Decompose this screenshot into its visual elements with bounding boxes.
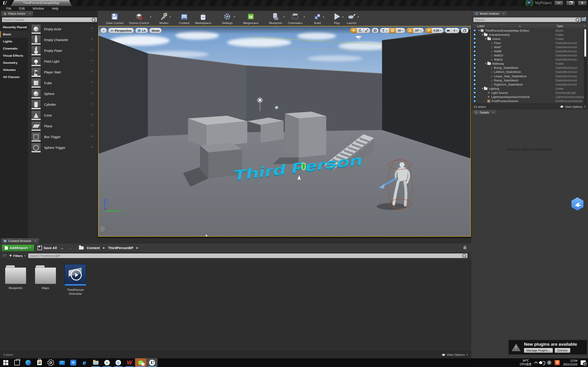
outliner-row[interactable]: ⌂Ramp_StaticMeshStaticMeshActor [472,78,584,82]
chevron-down-icon[interactable]: ▼ [283,16,285,18]
visibility-eye-icon[interactable] [473,91,477,94]
visibility-eye-icon[interactable] [473,100,477,102]
taskbar-task-view[interactable] [11,358,23,367]
outliner-row[interactable]: ✳LightmassImportanceVolumeLightmassImpor… [472,95,584,99]
placeable-plane[interactable]: Plane? [28,121,98,131]
world-local-toggle[interactable] [372,28,379,33]
placeable-cube[interactable]: Cube? [28,77,98,88]
close-button[interactable]: X [578,1,587,6]
outliner-row[interactable]: ⌂Wall11StaticMeshActor [472,58,584,62]
placeable-sphere[interactable]: Sphere? [28,88,98,99]
breadcrumb-root[interactable]: Content [87,246,100,250]
taskbar-unreal-engine[interactable]: U [146,358,157,367]
column-type[interactable]: Type [556,24,563,28]
scale-snap-group[interactable]: 0.25▼ [425,28,443,33]
toolbar-modes[interactable]: Modes▼ [157,11,171,26]
outliner-row[interactable]: ⌂FloorStaticMeshActor [472,41,584,45]
outliner-row[interactable]: ⌂Bump_StaticMeshStaticMeshActor [472,66,584,70]
visibility-eye-icon[interactable] [473,83,477,86]
taskbar-thunder[interactable] [68,358,79,367]
taskbar-internet-explorer[interactable]: e [79,358,90,367]
toolbar-settings[interactable]: Settings▼ [219,11,235,26]
volume-icon[interactable] [540,361,542,364]
placeable-point-light[interactable]: Point Light? [28,56,98,67]
placeable-cylinder[interactable]: Cylinder? [28,99,98,110]
help-icon[interactable]: ? [90,113,95,118]
taskbar-qq-browser[interactable]: Q [112,358,124,367]
help-icon[interactable]: ? [90,59,95,64]
chevron-down-icon[interactable]: ▼ [357,16,359,18]
category-visual-effects[interactable]: Visual Effects [0,52,28,59]
outliner-row[interactable]: PostProcessVolumePostProcessVolume [472,99,584,103]
tab-content-browser[interactable]: Content Browser ✕ [1,238,39,244]
visibility-eye-icon[interactable] [473,75,477,77]
grid-snap-group[interactable]: ▼ 10▼ [380,28,405,33]
toolbar-save-current[interactable]: Save Current [103,11,126,26]
close-icon[interactable]: ✕ [492,111,494,114]
taskbar-edge[interactable] [23,358,34,367]
taskbar-store[interactable] [34,358,45,367]
breadcrumb-more-icon[interactable]: ▶ [137,246,138,249]
close-icon[interactable]: ✕ [35,240,37,243]
outliner-header[interactable]: Label ▲ Type ▼ [472,23,587,29]
placeable-empty-actor[interactable]: Empty Actor? [28,24,98,34]
taskbar-settings[interactable] [45,358,56,367]
toolbar-build[interactable]: Build▼ [310,11,325,26]
visibility-eye-icon[interactable] [473,62,477,65]
tab-details[interactable]: i Details ✕ [472,110,497,115]
taskbar-clock[interactable]: 12:54 2021/12/10 [563,359,578,367]
menu-edit[interactable]: Edit [15,7,29,10]
visibility-eye-icon[interactable] [473,96,477,98]
taskbar-wechat[interactable] [135,358,146,367]
level-viewport[interactable]: Third Person Third Person [98,26,471,237]
taskbar-start[interactable] [0,358,11,367]
visibility-eye-icon[interactable] [473,58,477,61]
chevron-down-icon[interactable]: ▼ [169,16,171,18]
help-icon[interactable]: ? [90,70,95,75]
camera-mode-button[interactable]: Perspective [108,28,134,33]
back-arrow-icon[interactable]: ← [60,245,65,250]
save-all-button[interactable]: Save All [37,246,57,250]
expander-icon[interactable]: ▼ [481,87,484,90]
expander-icon[interactable]: ▼ [485,38,487,40]
help-icon[interactable]: ? [90,48,95,53]
expander-icon[interactable]: ▼ [478,29,481,32]
help-icon[interactable]: ? [90,145,95,150]
close-icon[interactable]: ✕ [502,12,505,15]
category-recently-placed[interactable]: Recently Placed [0,24,28,31]
expander-icon[interactable]: ▼ [485,63,487,65]
viewport-options-button[interactable]: ▼ [100,28,107,33]
category-volumes[interactable]: Volumes [0,66,28,73]
outliner-row[interactable]: ▼LightingFolder [472,86,584,91]
close-icon[interactable]: ✕ [28,12,31,15]
placeable-empty-character[interactable]: Empty Character? [28,34,98,45]
menu-file[interactable]: File [2,7,15,10]
category-lights[interactable]: Lights [0,38,28,45]
outliner-row[interactable]: ▼ThirdPersonExampleMap (Editor)World [472,28,584,33]
sources-panel-toggle[interactable] [2,254,7,258]
visibility-eye-icon[interactable] [473,42,477,44]
level-tab[interactable]: ThirdPersonExampleMap [10,0,72,6]
chevron-down-icon[interactable]: ▼ [303,16,305,18]
outliner-row[interactable]: ⌂LeftArm_StaticMeshStaticMeshActor [472,70,584,74]
chevron-down-icon[interactable]: ▼ [149,16,152,18]
dismiss-button[interactable]: Dismiss [555,348,570,353]
placeable-sphere-trigger[interactable]: Sphere Trigger? [28,142,98,153]
tab-place-actors[interactable]: Place Actors ✕ [1,11,33,16]
transform-tools[interactable] [350,28,370,33]
expander-icon[interactable]: ▼ [481,33,484,36]
action-center-icon[interactable]: 5 [581,360,586,365]
menu-help[interactable]: Help [48,7,62,10]
content-search-input[interactable]: Search ThirdPersonBP [28,253,468,258]
category-geometry[interactable]: Geometry [0,59,28,66]
menu-window[interactable]: Window [29,7,48,10]
category-all-classes[interactable]: All Classes [0,73,28,81]
lock-icon[interactable] [464,247,466,249]
visibility-eye-icon[interactable] [473,46,477,48]
chevron-down-icon[interactable]: ▼ [342,16,344,18]
minimize-button[interactable] [554,1,563,6]
outliner-row[interactable]: ▼WalkwayFolder [472,62,584,66]
outliner-row[interactable]: ⌂Wall9StaticMeshActor [472,49,584,53]
visibility-eye-icon[interactable] [473,67,477,69]
asset-blueprints[interactable]: Blueprints [3,264,28,290]
